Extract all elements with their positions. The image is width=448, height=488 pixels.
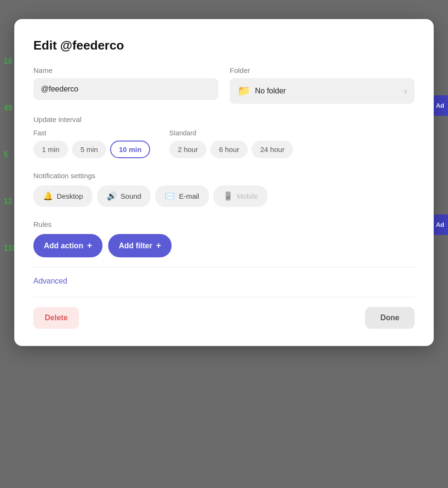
name-input[interactable]: [33, 78, 218, 100]
done-button[interactable]: Done: [365, 307, 415, 329]
email-icon: ✉️: [165, 191, 175, 201]
side-button-1[interactable]: Ad: [432, 95, 448, 116]
notification-buttons: 🔔 Desktop 🔊 Sound ✉️ E-mail 📱 Mobile: [33, 185, 415, 207]
add-action-button[interactable]: Add action +: [33, 234, 102, 257]
edit-modal: Edit @feederco Name Folder 📁 No folder ›…: [14, 19, 434, 346]
email-label: E-mail: [179, 192, 199, 200]
rules-buttons: Add action + Add filter +: [33, 234, 415, 257]
interval-24hour[interactable]: 24 hour: [252, 141, 293, 158]
standard-label: Standard: [169, 129, 293, 137]
standard-interval-buttons: 2 hour 6 hour 24 hour: [169, 141, 293, 158]
notification-section: Notification settings 🔔 Desktop 🔊 Sound …: [33, 172, 415, 207]
sound-icon: 🔊: [107, 191, 117, 201]
notification-label: Notification settings: [33, 172, 415, 180]
divider-2: [33, 297, 415, 297]
interval-2hour[interactable]: 2 hour: [169, 141, 207, 158]
fast-interval-buttons: 1 min 5 min 10 min: [33, 141, 150, 158]
desktop-notif-button[interactable]: 🔔 Desktop: [33, 185, 92, 207]
mobile-label: Mobile: [237, 192, 258, 200]
mobile-icon: 📱: [223, 191, 233, 201]
modal-footer: Delete Done: [33, 307, 415, 329]
rules-label: Rules: [33, 220, 415, 228]
interval-1min[interactable]: 1 min: [33, 141, 68, 158]
plus-icon-action: +: [87, 241, 92, 251]
folder-value: No folder: [255, 87, 286, 95]
chevron-right-icon: ›: [404, 86, 407, 96]
standard-group: Standard 2 hour 6 hour 24 hour: [169, 129, 293, 158]
plus-icon-filter: +: [156, 241, 161, 251]
interval-row: Fast 1 min 5 min 10 min Standard 2 hour …: [33, 129, 415, 158]
delete-button[interactable]: Delete: [33, 307, 79, 329]
folder-group: Folder 📁 No folder ›: [230, 66, 415, 104]
name-folder-row: Name Folder 📁 No folder ›: [33, 66, 415, 104]
mobile-notif-button[interactable]: 📱 Mobile: [214, 185, 267, 207]
interval-10min[interactable]: 10 min: [110, 141, 150, 158]
update-interval-section: Update interval Fast 1 min 5 min 10 min …: [33, 115, 415, 158]
interval-5min[interactable]: 5 min: [72, 141, 107, 158]
update-interval-label: Update interval: [33, 115, 415, 123]
name-group: Name: [33, 66, 218, 104]
desktop-label: Desktop: [57, 192, 83, 200]
sound-notif-button[interactable]: 🔊 Sound: [97, 185, 151, 207]
fast-group: Fast 1 min 5 min 10 min: [33, 129, 150, 158]
folder-button[interactable]: 📁 No folder ›: [230, 78, 415, 104]
folder-label: Folder: [230, 66, 415, 74]
fast-label: Fast: [33, 129, 150, 137]
add-action-label: Add action: [44, 242, 83, 250]
folder-icon: 📁: [237, 85, 250, 97]
modal-title: Edit @feederco: [33, 38, 415, 53]
divider-1: [33, 267, 415, 267]
interval-6hour[interactable]: 6 hour: [210, 141, 248, 158]
advanced-link[interactable]: Advanced: [33, 277, 67, 285]
side-button-2[interactable]: Ad: [432, 214, 448, 235]
sound-label: Sound: [121, 192, 141, 200]
bell-icon: 🔔: [43, 191, 53, 201]
add-filter-button[interactable]: Add filter +: [108, 234, 172, 257]
name-label: Name: [33, 66, 218, 74]
rules-section: Rules Add action + Add filter +: [33, 220, 415, 257]
add-filter-label: Add filter: [119, 242, 152, 250]
email-notif-button[interactable]: ✉️ E-mail: [155, 185, 209, 207]
